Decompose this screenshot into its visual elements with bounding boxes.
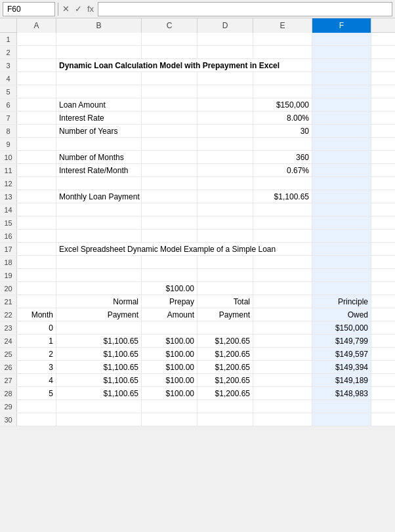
cell-b9[interactable] (56, 138, 142, 150)
cell-f16[interactable] (312, 230, 371, 242)
confirm-icon[interactable]: ✓ (73, 4, 83, 14)
cell-d22[interactable]: Payment (198, 308, 253, 321)
cell-e28[interactable] (253, 387, 312, 399)
cell-c9[interactable] (142, 138, 198, 150)
cell-e6[interactable]: $150,000 (253, 98, 312, 111)
cell-a26[interactable]: 3 (17, 361, 56, 373)
cell-b7[interactable]: Interest Rate (56, 112, 142, 124)
cell-a30[interactable] (17, 413, 56, 426)
cell-a28[interactable]: 5 (17, 387, 56, 399)
cell-f6[interactable] (312, 98, 371, 111)
cell-a23[interactable]: 0 (17, 321, 56, 334)
cell-a14[interactable] (17, 203, 56, 216)
cell-c7[interactable] (142, 112, 198, 124)
cell-f26[interactable]: $149,394 (312, 361, 371, 373)
cell-f11[interactable] (312, 164, 371, 176)
cell-e26[interactable] (253, 361, 312, 373)
cell-f5[interactable] (312, 85, 371, 98)
cell-c28[interactable]: $100.00 (142, 387, 198, 399)
cell-c18[interactable] (142, 256, 198, 268)
cell-b23[interactable] (56, 321, 142, 334)
cell-d27[interactable]: $1,200.65 (198, 374, 253, 386)
cell-b1[interactable] (56, 33, 142, 45)
cell-e11[interactable]: 0.67% (253, 164, 312, 176)
cell-b8[interactable]: Number of Years (56, 125, 142, 137)
cell-b13[interactable]: Monthly Loan Payment (56, 190, 142, 203)
cell-b24[interactable]: $1,100.65 (56, 335, 142, 347)
cell-a9[interactable] (17, 138, 56, 150)
cell-f10[interactable] (312, 151, 371, 163)
cell-d15[interactable] (198, 216, 253, 229)
cell-b5[interactable] (56, 85, 142, 98)
cell-e4[interactable] (253, 72, 312, 85)
cell-b18[interactable] (56, 256, 142, 268)
cell-b20[interactable] (56, 282, 142, 295)
cell-f20[interactable] (312, 282, 371, 295)
cell-d11[interactable] (198, 164, 253, 176)
cell-a5[interactable] (17, 85, 56, 98)
cell-f8[interactable] (312, 125, 371, 137)
cell-a20[interactable] (17, 282, 56, 295)
cell-b19[interactable] (56, 269, 142, 281)
cell-d14[interactable] (198, 203, 253, 216)
cell-d8[interactable] (198, 125, 253, 137)
cell-a22[interactable]: Month (17, 308, 56, 321)
cell-c8[interactable] (142, 125, 198, 137)
cell-f25[interactable]: $149,597 (312, 348, 371, 360)
cell-a2[interactable] (17, 46, 56, 58)
cell-d2[interactable] (198, 46, 253, 58)
cell-a12[interactable] (17, 177, 56, 190)
cell-d25[interactable]: $1,200.65 (198, 348, 253, 360)
cell-c22[interactable]: Amount (142, 308, 198, 321)
cell-a7[interactable] (17, 112, 56, 124)
cell-a13[interactable] (17, 190, 56, 203)
cell-a29[interactable] (17, 400, 56, 413)
cell-e25[interactable] (253, 348, 312, 360)
cell-b3-title[interactable]: Dynamic Loan Calculation Model with Prep… (56, 59, 312, 72)
cell-e14[interactable] (253, 203, 312, 216)
cell-c5[interactable] (142, 85, 198, 98)
cell-b17-title[interactable]: Excel Spreadsheet Dynamic Model Example … (56, 243, 312, 255)
cell-f3[interactable] (312, 59, 371, 72)
cell-d30[interactable] (198, 413, 253, 426)
cell-d29[interactable] (198, 400, 253, 413)
cell-d24[interactable]: $1,200.65 (198, 335, 253, 347)
cell-c14[interactable] (142, 203, 198, 216)
cell-c4[interactable] (142, 72, 198, 85)
cell-f15[interactable] (312, 216, 371, 229)
cell-c21[interactable]: Prepay (142, 295, 198, 308)
cell-a17[interactable] (17, 243, 56, 255)
cell-d4[interactable] (198, 72, 253, 85)
cell-d21[interactable]: Total (198, 295, 253, 308)
col-header-a[interactable]: A (17, 18, 56, 33)
cell-f29[interactable] (312, 400, 371, 413)
cell-c2[interactable] (142, 46, 198, 58)
cell-e13[interactable]: $1,100.65 (253, 190, 312, 203)
cell-a18[interactable] (17, 256, 56, 268)
cell-a16[interactable] (17, 230, 56, 242)
col-header-f[interactable]: F (312, 18, 371, 33)
cell-c6[interactable] (142, 98, 198, 111)
cell-e20[interactable] (253, 282, 312, 295)
cell-d19[interactable] (198, 269, 253, 281)
cell-a1[interactable] (17, 33, 56, 45)
cell-d5[interactable] (198, 85, 253, 98)
cell-e16[interactable] (253, 230, 312, 242)
cell-a25[interactable]: 2 (17, 348, 56, 360)
cell-f13[interactable] (312, 190, 371, 203)
cell-a3[interactable] (17, 59, 56, 72)
cell-b29[interactable] (56, 400, 142, 413)
cell-d16[interactable] (198, 230, 253, 242)
cell-b21[interactable]: Normal (56, 295, 142, 308)
cell-e22[interactable] (253, 308, 312, 321)
cell-a4[interactable] (17, 72, 56, 85)
cell-e10[interactable]: 360 (253, 151, 312, 163)
cell-c19[interactable] (142, 269, 198, 281)
cell-f18[interactable] (312, 256, 371, 268)
cell-b22[interactable]: Payment (56, 308, 142, 321)
cell-f14[interactable] (312, 203, 371, 216)
cell-c26[interactable]: $100.00 (142, 361, 198, 373)
cell-f22[interactable]: Owed (312, 308, 371, 321)
cell-c29[interactable] (142, 400, 198, 413)
name-box[interactable]: F60 (3, 2, 55, 16)
